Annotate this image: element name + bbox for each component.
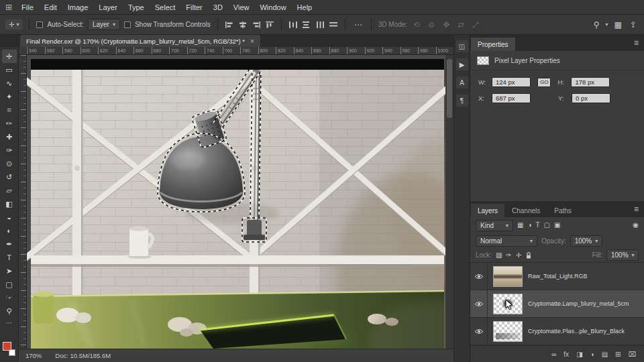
menu-type[interactable]: Type <box>123 0 150 15</box>
blend-mode-dropdown[interactable]: Normal ▾ <box>476 235 537 247</box>
lock-transparency-icon[interactable]: ▨ <box>496 252 502 259</box>
menu-3d[interactable]: 3D <box>208 0 228 15</box>
zoom-tool[interactable]: ⚲ <box>2 304 17 318</box>
filter-shape-icon[interactable]: ▢ <box>544 222 550 229</box>
menu-file[interactable]: File <box>16 0 39 15</box>
layer-row-cryptomatte-plastic[interactable]: Cryptomatte.Plas...ple_Blurry_Black <box>470 318 644 345</box>
link-layers-icon[interactable]: ∞ <box>551 351 556 358</box>
align-top-icon[interactable] <box>265 21 274 29</box>
fill-dropdown[interactable]: 100% ▾ <box>606 249 639 261</box>
eyedropper-tool[interactable]: ✏ <box>2 117 17 130</box>
close-icon[interactable]: × <box>250 38 254 45</box>
kind-dropdown[interactable]: Kind ▾ <box>476 220 513 231</box>
opacity-dropdown[interactable]: 100% ▾ <box>570 235 602 247</box>
blur-tool[interactable]: ◒ <box>2 210 17 224</box>
layer-row-cryptomatte-lamp[interactable]: Cryptomatte.Lamp_blurry_metal_5cm <box>470 290 644 318</box>
share-icon[interactable]: ⇪ <box>628 21 639 29</box>
distribute-horizontal-icon[interactable] <box>302 21 311 29</box>
3d-orbit-icon[interactable]: ⟲ <box>411 21 422 29</box>
height-field[interactable]: 178 px <box>571 77 610 87</box>
tab-layers[interactable]: Layers <box>471 204 504 217</box>
distribute-left-icon[interactable] <box>315 21 325 29</box>
layer-effects-icon[interactable]: fx <box>564 351 569 358</box>
tab-paths[interactable]: Paths <box>547 204 578 217</box>
pen-tool[interactable]: ✒ <box>2 237 17 251</box>
layer-thumbnail[interactable] <box>493 321 523 342</box>
distribute-vertical-icon[interactable] <box>288 21 298 29</box>
history-brush-tool[interactable]: ↺ <box>2 170 17 184</box>
quick-selection-tool[interactable]: ✦ <box>2 90 17 103</box>
delete-layer-icon[interactable]: ⌧ <box>628 351 636 358</box>
eye-icon[interactable] <box>474 328 484 335</box>
dodge-tool[interactable]: ◐ <box>2 224 17 237</box>
type-tool[interactable]: T <box>2 251 17 264</box>
menu-edit[interactable]: Edit <box>39 0 62 15</box>
eye-icon[interactable] <box>474 274 484 280</box>
crop-tool[interactable]: ⌗ <box>2 103 17 117</box>
canvas-area[interactable] <box>27 55 453 349</box>
menu-window[interactable]: Window <box>254 0 291 15</box>
y-field[interactable]: 0 px <box>572 93 610 103</box>
zoom-level[interactable]: 170% <box>25 352 42 359</box>
auto-select-checkbox[interactable] <box>36 21 43 28</box>
link-dimensions-button[interactable]: GO <box>537 78 551 87</box>
eraser-tool[interactable]: ▱ <box>2 184 17 197</box>
brush-tool[interactable]: ✑ <box>2 143 17 157</box>
3d-pan-icon[interactable]: ✥ <box>441 21 451 29</box>
move-tool[interactable]: ✛ <box>2 50 17 63</box>
x-field[interactable]: 687 px <box>492 93 531 103</box>
active-tool-preset[interactable]: ✛ ▾ <box>5 19 22 29</box>
collapsed-panels-icon[interactable]: ◫ <box>456 40 468 52</box>
lock-all-icon[interactable] <box>525 251 532 259</box>
shape-tool[interactable]: ▢ <box>2 278 17 291</box>
adjustment-layer-icon[interactable]: ◑ <box>590 351 594 358</box>
menu-image[interactable]: Image <box>62 0 94 15</box>
menu-filter[interactable]: Filter <box>180 0 207 15</box>
3d-slide-icon[interactable]: ⇄ <box>455 21 466 29</box>
document-tab[interactable]: Final Render.exr @ 170% (Cryptomatte.Lam… <box>20 35 260 47</box>
distribute-top-icon[interactable] <box>329 21 338 29</box>
paragraph-panel-icon[interactable]: ¶ <box>456 95 468 107</box>
eye-icon[interactable] <box>474 301 484 307</box>
filter-smart-object-icon[interactable]: ▣ <box>554 222 560 229</box>
new-layer-icon[interactable]: ⊞ <box>615 351 621 358</box>
actions-panel-icon[interactable]: ▶ <box>456 58 468 70</box>
tab-channels[interactable]: Channels <box>505 204 547 217</box>
layer-row-raw-total-light[interactable]: Raw_Total_Light.RGB <box>470 263 644 290</box>
more-options-icon[interactable]: ⋯ <box>352 21 364 29</box>
menu-help[interactable]: Help <box>292 0 318 15</box>
filter-type-icon[interactable]: T <box>536 222 540 229</box>
gradient-tool[interactable]: ◧ <box>2 197 17 210</box>
add-mask-icon[interactable]: ◨ <box>576 351 582 358</box>
auto-select-dropdown[interactable]: Layer ▾ <box>88 19 120 30</box>
menu-select[interactable]: Select <box>150 0 181 15</box>
align-center-icon[interactable] <box>238 21 248 29</box>
show-transform-checkbox[interactable] <box>124 21 131 28</box>
edit-toolbar-icon[interactable]: ⋯ <box>6 319 13 326</box>
tab-properties[interactable]: Properties <box>471 38 515 51</box>
3d-scale-icon[interactable]: ⤢ <box>470 21 481 29</box>
healing-brush-tool[interactable]: ✚ <box>2 130 17 143</box>
width-field[interactable]: 124 px <box>492 77 531 87</box>
align-left-icon[interactable] <box>225 21 234 29</box>
panel-menu-icon[interactable]: ≡ <box>634 38 639 48</box>
hand-tool[interactable]: ☞ <box>2 291 17 304</box>
layer-thumbnail[interactable] <box>493 266 523 287</box>
workspace-switcher-icon[interactable]: ▦ <box>612 21 624 29</box>
character-panel-icon[interactable]: A <box>456 76 468 88</box>
path-selection-tool[interactable]: ➤ <box>2 264 17 278</box>
clone-stamp-tool[interactable]: ⊙ <box>2 157 17 170</box>
filter-adjustment-icon[interactable]: ◑ <box>527 222 531 229</box>
search-icon[interactable]: ⚲ <box>592 21 602 29</box>
lasso-tool[interactable]: ∿ <box>2 76 17 90</box>
lock-image-icon[interactable]: ✑ <box>506 252 511 259</box>
menu-view[interactable]: View <box>228 0 255 15</box>
lock-position-icon[interactable]: ✛ <box>516 252 521 259</box>
filter-pixel-icon[interactable]: ▦ <box>517 222 523 229</box>
panel-menu-icon[interactable]: ≡ <box>634 204 639 214</box>
new-group-icon[interactable]: ▤ <box>602 351 608 358</box>
align-right-icon[interactable] <box>252 21 261 29</box>
filter-toggle-icon[interactable]: ◉ <box>633 222 639 229</box>
menu-layer[interactable]: Layer <box>93 0 123 15</box>
marquee-tool[interactable]: ▭ <box>2 63 17 76</box>
